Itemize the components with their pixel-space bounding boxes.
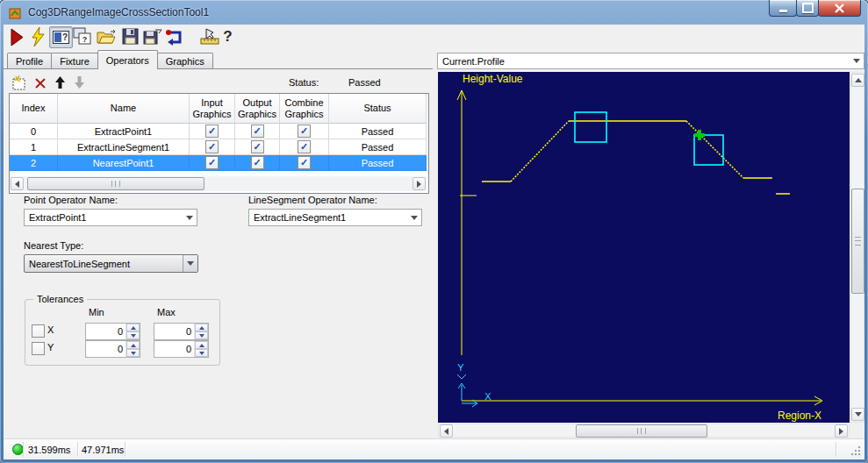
table-row[interactable]: 0ExtractPoint1✓✓✓Passed xyxy=(10,124,427,139)
table-hscroll-thumb[interactable] xyxy=(27,177,204,190)
column-header-name[interactable]: Name xyxy=(58,94,190,124)
separator xyxy=(23,442,24,457)
display-record-value: Current.Profile xyxy=(438,56,850,67)
tolerance-y-max-spinner[interactable]: 0 xyxy=(154,340,209,358)
spin-down-icon xyxy=(131,334,136,338)
reset-button[interactable] xyxy=(165,27,185,46)
scroll-right-icon xyxy=(417,181,421,188)
tolerance-x-max-spinner[interactable]: 0 xyxy=(154,323,209,340)
delete-x-icon xyxy=(34,77,47,89)
tolerance-x-min-spinner[interactable]: 0 xyxy=(85,323,140,340)
scroll-up-button[interactable] xyxy=(851,74,864,87)
tolerance-y-checkbox[interactable]: ✓ xyxy=(32,342,45,355)
linesegment-operator-combo[interactable]: ExtractLineSegment1 xyxy=(248,209,422,226)
output-graphics-checkbox[interactable]: ✓ xyxy=(251,156,264,169)
combine-graphics-checkbox[interactable]: ✓ xyxy=(298,125,311,138)
minimize-button[interactable] xyxy=(769,0,797,17)
spinner-value: 0 xyxy=(86,341,126,357)
tab-label: Operators xyxy=(106,55,149,66)
help-button[interactable]: ? xyxy=(221,27,234,46)
point-operator-combo[interactable]: ExtractPoint1 xyxy=(24,209,197,226)
linesegment-operator-label: LineSegment Operator Name: xyxy=(248,195,377,205)
column-header-index[interactable]: Index xyxy=(10,94,58,124)
table-row[interactable]: 2NearestPoint1✓✓✓Passed xyxy=(10,155,427,171)
scroll-down-button[interactable] xyxy=(851,408,864,421)
combine-graphics-checkbox[interactable]: ✓ xyxy=(298,140,311,153)
close-button[interactable] xyxy=(818,0,861,17)
help-icon: ? xyxy=(223,28,232,46)
spin-down-button[interactable] xyxy=(126,349,140,357)
table-row[interactable]: 1ExtractLineSegment1✓✓✓Passed xyxy=(10,139,427,155)
trigger-button[interactable] xyxy=(30,26,46,47)
pointer-measure-button[interactable] xyxy=(199,28,221,46)
output-graphics-checkbox[interactable]: ✓ xyxy=(251,140,264,153)
output-graphics-checkbox[interactable]: ✓ xyxy=(251,125,264,138)
show-result-display-button[interactable]: ? xyxy=(49,26,73,48)
search-region-box xyxy=(575,112,606,142)
profile-display[interactable]: Height-ValueRegion-XYX xyxy=(438,72,850,423)
input-graphics-checkbox[interactable]: ✓ xyxy=(205,156,219,169)
tab-profile[interactable]: Profile xyxy=(7,53,52,69)
resize-grip[interactable] xyxy=(850,445,861,456)
display-hscroll-thumb[interactable] xyxy=(576,424,707,438)
spin-up-button[interactable] xyxy=(126,324,140,331)
tolerance-x-checkbox[interactable]: ✓ xyxy=(32,324,45,338)
display-hscrollbar[interactable] xyxy=(438,424,850,438)
save-button[interactable] xyxy=(122,28,139,45)
input-graphics-checkbox[interactable]: ✓ xyxy=(205,140,219,153)
titlebar[interactable]: Cog3DRangeImageCrossSectionTool1 xyxy=(0,0,868,25)
column-header-input-graphics[interactable]: Input Graphics xyxy=(190,94,235,124)
scroll-up-icon xyxy=(855,78,862,82)
add-operator-button[interactable] xyxy=(11,75,27,91)
scroll-right-button[interactable] xyxy=(835,424,848,438)
scroll-right-button[interactable] xyxy=(412,177,426,190)
run-button[interactable] xyxy=(10,28,24,46)
scroll-left-button[interactable] xyxy=(440,424,453,438)
cell-input-graphics: ✓ xyxy=(190,155,235,171)
display-record-combo[interactable]: Current.Profile xyxy=(437,53,864,69)
linesegment-operator-value: ExtractLineSegment1 xyxy=(249,212,407,223)
spin-down-icon xyxy=(199,334,204,338)
move-down-button[interactable] xyxy=(73,75,86,90)
nearest-type-combo[interactable]: NearestToLineSegment xyxy=(24,254,198,273)
spin-up-button[interactable] xyxy=(126,341,140,349)
column-header-combine-graphics[interactable]: Combine Graphics xyxy=(280,94,329,124)
tab-fixture[interactable]: Fixture xyxy=(51,53,98,69)
cell-input-graphics: ✓ xyxy=(190,139,235,155)
move-up-button[interactable] xyxy=(54,75,67,90)
display-vscrollbar[interactable] xyxy=(850,72,864,423)
spin-down-button[interactable] xyxy=(126,331,140,339)
table-hscrollbar[interactable] xyxy=(10,176,427,191)
open-file-button[interactable] xyxy=(97,29,117,45)
float-display-button[interactable]: ? xyxy=(73,27,91,46)
delete-operator-button[interactable] xyxy=(34,77,47,89)
separator xyxy=(77,442,78,457)
input-graphics-checkbox[interactable]: ✓ xyxy=(205,125,219,138)
tab-page-border xyxy=(4,68,433,69)
tab-operators[interactable]: Operators xyxy=(97,50,158,69)
save-as-button[interactable] xyxy=(143,28,163,45)
down-arrow-icon xyxy=(73,75,86,90)
column-header-output-graphics[interactable]: Output Graphics xyxy=(235,94,280,124)
display-vscroll-thumb[interactable] xyxy=(851,189,864,294)
table-body: 0ExtractPoint1✓✓✓Passed1ExtractLineSegme… xyxy=(10,124,428,171)
spin-down-button[interactable] xyxy=(195,349,208,357)
window-title: Cog3DRangeImageCrossSectionTool1 xyxy=(28,6,209,18)
tab-graphics[interactable]: Graphics xyxy=(157,53,213,69)
spin-up-button[interactable] xyxy=(195,341,208,349)
tab-label: Profile xyxy=(16,56,43,67)
maximize-button[interactable] xyxy=(796,0,819,17)
column-header-status[interactable]: Status xyxy=(329,94,427,124)
max-header: Max xyxy=(157,307,176,317)
cell-status: Passed xyxy=(329,155,427,171)
scroll-left-button[interactable] xyxy=(11,177,24,190)
combine-graphics-checkbox[interactable]: ✓ xyxy=(298,156,311,169)
cell-combine-graphics: ✓ xyxy=(280,155,329,171)
status-bar: 31.599ms 47.971ms xyxy=(4,438,864,459)
spin-up-button[interactable] xyxy=(195,324,208,331)
tolerance-y-min-spinner[interactable]: 0 xyxy=(85,340,140,358)
open-folder-icon xyxy=(97,29,117,45)
spin-down-button[interactable] xyxy=(195,331,208,339)
tab-label: Fixture xyxy=(60,56,90,67)
float-display-icon: ? xyxy=(73,27,91,46)
